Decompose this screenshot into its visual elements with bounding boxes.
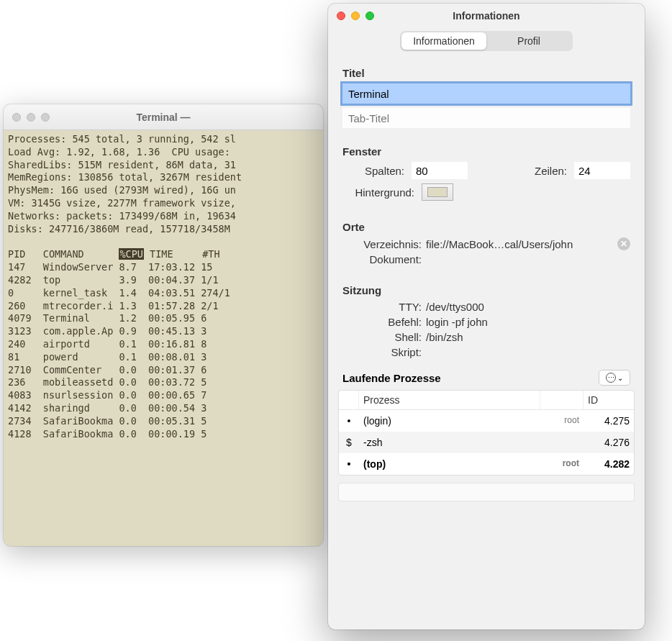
process-user (540, 435, 584, 450)
columns-input[interactable] (412, 162, 468, 179)
process-table-header[interactable]: Prozess ID (339, 391, 634, 410)
directory-label: Verzeichnis: (342, 238, 422, 250)
process-row[interactable]: •(top)root4.282 (339, 453, 634, 475)
section-window-heading: Fenster (342, 145, 630, 158)
ellipsis-icon: ⋯ (606, 373, 616, 383)
clear-directory-button[interactable]: ✕ (617, 237, 630, 250)
close-icon[interactable] (337, 12, 345, 20)
process-user: root (540, 413, 584, 429)
process-id: 4.276 (584, 435, 634, 450)
minimize-icon[interactable] (351, 12, 360, 20)
zoom-icon[interactable] (365, 12, 374, 20)
rows-label: Zeilen: (535, 165, 567, 177)
inspector-title: Informationen (453, 10, 519, 22)
background-color-well[interactable] (422, 183, 453, 201)
col-process[interactable]: Prozess (359, 391, 540, 409)
terminal-output[interactable]: Processes: 545 total, 3 running, 542 sl … (4, 130, 323, 444)
inspector-window: Informationen Informationen Profil Titel… (328, 4, 645, 629)
process-row[interactable]: •(login)root4.275 (339, 410, 634, 432)
script-label: Skript: (342, 346, 422, 358)
tab-informationen[interactable]: Informationen (401, 32, 486, 50)
process-name: -zsh (359, 435, 540, 450)
terminal-title: Terminal — (136, 112, 190, 123)
tab-title-input[interactable] (342, 108, 630, 128)
process-marker: $ (339, 435, 359, 450)
command-value: login -pf john (426, 316, 626, 328)
close-icon[interactable] (12, 113, 21, 122)
process-id: 4.275 (584, 413, 634, 429)
section-processes-heading: Laufende Prozesse (342, 372, 441, 384)
process-actions-button[interactable]: ⋯ ⌄ (599, 370, 630, 386)
section-places-heading: Orte (342, 221, 630, 233)
status-footer (338, 483, 635, 501)
shell-value: /bin/zsh (426, 331, 626, 343)
directory-value: file://MacBook…cal/Users/john (426, 238, 613, 250)
columns-label: Spalten: (342, 165, 404, 177)
process-id: 4.282 (584, 456, 634, 472)
process-name: (login) (359, 413, 540, 429)
chevron-down-icon: ⌄ (617, 374, 623, 382)
rows-input[interactable] (574, 162, 630, 179)
section-session-heading: Sitzung (342, 284, 630, 296)
shell-label: Shell: (342, 331, 422, 343)
title-input[interactable] (342, 83, 630, 104)
background-swatch-icon (427, 187, 448, 197)
tty-value: /dev/ttys000 (426, 301, 626, 313)
tty-label: TTY: (342, 301, 422, 313)
background-label: Hintergrund: (342, 186, 414, 199)
process-table: Prozess ID •(login)root4.275$-zsh4.276•(… (338, 390, 635, 476)
process-row[interactable]: $-zsh4.276 (339, 432, 634, 453)
process-marker: • (339, 456, 359, 472)
command-label: Befehl: (342, 316, 422, 328)
inspector-titlebar[interactable]: Informationen (328, 4, 645, 24)
minimize-icon[interactable] (27, 113, 35, 122)
process-user: root (540, 456, 584, 472)
process-name: (top) (359, 456, 540, 472)
tab-bar: Informationen Profil (400, 31, 573, 51)
zoom-icon[interactable] (41, 113, 50, 122)
tab-profil[interactable]: Profil (486, 32, 571, 50)
terminal-titlebar[interactable]: Terminal — (4, 104, 323, 130)
section-title-heading: Titel (342, 67, 630, 79)
col-id[interactable]: ID (584, 391, 634, 409)
traffic-lights (337, 12, 374, 20)
terminal-window: Terminal — Processes: 545 total, 3 runni… (4, 104, 323, 546)
traffic-lights (12, 113, 50, 122)
document-label: Dokument: (342, 253, 422, 265)
process-marker: • (339, 413, 359, 429)
